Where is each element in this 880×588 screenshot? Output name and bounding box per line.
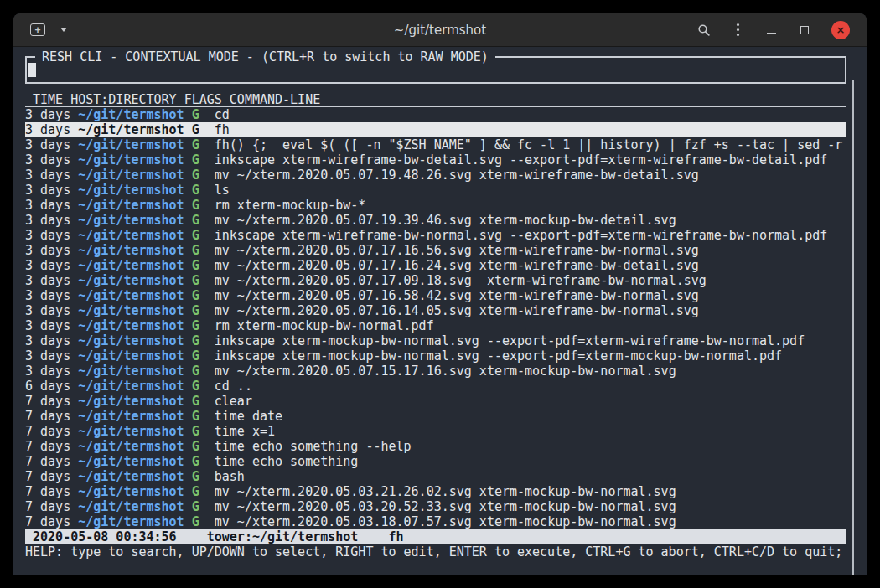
row-time: 3 days [25,333,70,348]
maximize-button[interactable] [798,20,811,40]
titlebar-left-controls: + [30,20,70,40]
new-tab-button[interactable]: + [30,20,45,40]
row-time: 3 days [25,137,70,152]
row-host: ~/git/termshot [78,514,184,529]
column-headers: TIME HOST:DIRECTORY FLAGS COMMAND-LINE [25,92,846,107]
row-host: ~/git/termshot [78,484,184,499]
row-flags: G [192,258,199,273]
row-time: 3 days [25,288,70,303]
history-row[interactable]: 3 days ~/git/termshot G ls [25,183,846,198]
history-row[interactable]: 7 days ~/git/termshot G time x=1 [25,424,846,439]
history-row[interactable]: 7 days ~/git/termshot G clear [25,394,846,409]
row-command: mv ~/xterm.2020.05.07.16.58.42.svg xterm… [215,288,699,303]
row-time: 7 days [25,394,70,409]
row-flags: G [192,122,199,137]
status-command: fh [389,529,404,544]
help-text: HELP: type to search, UP/DOWN to select,… [25,544,846,560]
row-command: mv ~/xterm.2020.05.07.17.16.56.svg xterm… [215,243,699,258]
history-row[interactable]: 3 days ~/git/termshot G mv ~/xterm.2020.… [25,168,846,183]
close-button[interactable]: × [831,21,850,39]
row-flags: G [192,424,199,439]
history-row[interactable]: 7 days ~/git/termshot G bash [25,469,846,484]
plus-icon: + [34,25,40,35]
row-time: 3 days [25,303,70,318]
row-command: cd [215,107,230,122]
row-flags: G [192,213,199,228]
history-row[interactable]: 7 days ~/git/termshot G mv ~/xterm.2020.… [25,514,846,529]
row-host: ~/git/termshot [78,213,184,228]
row-time: 3 days [25,122,70,137]
row-command: time x=1 [215,424,275,439]
history-row[interactable]: 7 days ~/git/termshot G mv ~/xterm.2020.… [25,484,846,499]
history-row[interactable]: 7 days ~/git/termshot G time echo someth… [25,439,846,454]
row-flags: G [192,409,199,424]
row-host: ~/git/termshot [78,379,184,394]
history-row[interactable]: 3 days ~/git/termshot G mv ~/xterm.2020.… [25,258,846,273]
row-flags: G [192,198,199,213]
history-row[interactable]: 3 days ~/git/termshot G cd [25,107,846,122]
row-time: 7 days [25,514,70,529]
history-row[interactable]: 7 days ~/git/termshot G time echo someth… [25,454,846,469]
menu-button[interactable] [731,20,744,40]
row-host: ~/git/termshot [78,409,184,424]
row-time: 3 days [25,258,70,273]
row-time: 3 days [25,318,70,333]
titlebar-right-controls: × [697,20,850,40]
row-command: rm xterm-mockup-bw-* [215,198,366,213]
history-row[interactable]: 3 days ~/git/termshot G mv ~/xterm.2020.… [25,273,846,288]
history-row[interactable]: 3 days ~/git/termshot G fh() {; eval $( … [25,137,846,152]
history-row[interactable]: 3 days ~/git/termshot G fh [25,122,846,137]
row-command: fh [215,122,230,137]
history-row[interactable]: 3 days ~/git/termshot G rm xterm-mockup-… [25,318,846,333]
row-command: mv ~/xterm.2020.05.07.16.14.05.svg xterm… [215,303,699,318]
row-command: mv ~/xterm.2020.05.03.20.52.33.svg xterm… [215,499,676,514]
history-row[interactable]: 3 days ~/git/termshot G inkscape xterm-w… [25,228,846,243]
row-host: ~/git/termshot [78,439,184,454]
history-row[interactable]: 3 days ~/git/termshot G mv ~/xterm.2020.… [25,364,846,379]
history-row[interactable]: 3 days ~/git/termshot G inkscape xterm-w… [25,152,846,168]
history-row[interactable]: 3 days ~/git/termshot G rm xterm-mockup-… [25,198,846,213]
history-row[interactable]: 3 days ~/git/termshot G mv ~/xterm.2020.… [25,288,846,303]
history-row[interactable]: 6 days ~/git/termshot G cd .. [25,379,846,394]
row-flags: G [192,168,199,183]
minimize-button[interactable] [764,20,778,40]
chevron-down-icon [60,28,67,32]
row-command: mv ~/xterm.2020.05.07.17.09.18.svg xterm… [215,273,707,288]
search-button[interactable] [697,20,711,40]
minimize-icon [767,33,776,34]
row-time: 3 days [25,183,70,198]
row-time: 7 days [25,469,70,484]
history-row[interactable]: 3 days ~/git/termshot G inkscape xterm-m… [25,348,846,364]
row-time: 7 days [25,454,70,469]
history-list: 3 days ~/git/termshot G cd3 days ~/git/t… [25,107,846,529]
history-row[interactable]: 3 days ~/git/termshot G inkscape xterm-m… [25,333,846,348]
row-flags: G [192,379,199,394]
tab-list-dropdown-button[interactable] [57,20,70,40]
row-host: ~/git/termshot [78,228,184,243]
row-flags: G [192,137,199,152]
history-row[interactable]: 3 days ~/git/termshot G mv ~/xterm.2020.… [25,243,846,258]
terminal-window: + ~/git/termshot [13,13,867,575]
row-time: 3 days [25,273,70,288]
row-host: ~/git/termshot [78,107,184,122]
row-flags: G [192,348,199,364]
row-flags: G [192,439,199,454]
search-input-box[interactable]: RESH CLI - CONTEXTUAL MODE - (CTRL+R to … [25,56,846,84]
row-time: 3 days [25,348,70,364]
history-row[interactable]: 3 days ~/git/termshot G mv ~/xterm.2020.… [25,213,846,228]
search-box-title: RESH CLI - CONTEXTUAL MODE - (CTRL+R to … [35,49,495,64]
history-row[interactable]: 3 days ~/git/termshot G mv ~/xterm.2020.… [25,303,846,318]
row-host: ~/git/termshot [78,318,184,333]
row-host: ~/git/termshot [78,394,184,409]
row-host: ~/git/termshot [78,122,184,137]
row-command: mv ~/xterm.2020.05.03.18.07.57.svg xterm… [215,514,676,529]
history-row[interactable]: 7 days ~/git/termshot G mv ~/xterm.2020.… [25,499,846,514]
row-command: ls [215,183,230,198]
row-host: ~/git/termshot [78,469,184,484]
status-bar: 2020-05-08 00:34:56 tower:~/git/termshot… [25,529,846,544]
terminal-screen[interactable]: RESH CLI - CONTEXTUAL MODE - (CTRL+R to … [13,47,867,575]
row-flags: G [192,499,199,514]
history-row[interactable]: 7 days ~/git/termshot G time date [25,409,846,424]
row-host: ~/git/termshot [78,152,184,168]
scrollbar[interactable] [852,80,854,575]
